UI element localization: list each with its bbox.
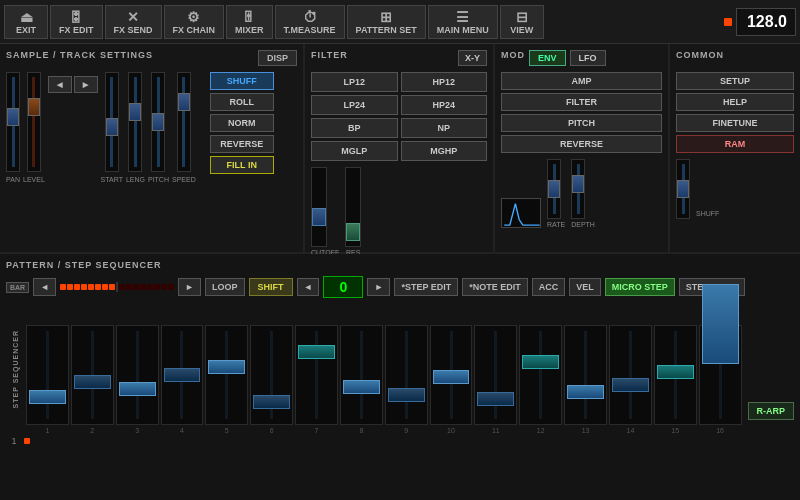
step-led-9	[119, 284, 125, 290]
roll-button[interactable]: ROLL	[210, 93, 274, 111]
fill-in-button[interactable]: FILL IN	[210, 156, 274, 174]
exit-button[interactable]: ⏏ EXIT	[4, 5, 48, 39]
common-buttons: SETUP HELP FINETUNE RAM	[676, 72, 794, 153]
step-led-16	[168, 284, 174, 290]
bp-button[interactable]: BP	[311, 118, 398, 138]
fx-chain-button[interactable]: ⚙ FX CHAIN	[164, 5, 225, 39]
step-prev-button[interactable]: ◄	[297, 278, 320, 296]
step-led-4	[81, 284, 87, 290]
mod-panel: MOD ENV LFO AMP FILTER PITCH REVERSE	[495, 44, 670, 252]
filter-mod-button[interactable]: FILTER	[501, 93, 662, 111]
step-fader-9[interactable]: 9	[385, 325, 428, 434]
np-button[interactable]: NP	[401, 118, 488, 138]
toolbar: ⏏ EXIT 🎛 FX EDIT ✕ FX SEND ⚙ FX CHAIN 🎚 …	[0, 0, 800, 44]
bar-label: BAR	[6, 282, 29, 293]
lp12-button[interactable]: LP12	[311, 72, 398, 92]
step-led-13	[147, 284, 153, 290]
filter-title: FILTER	[311, 50, 348, 60]
lfo-tab[interactable]: LFO	[570, 50, 606, 66]
pan-fader[interactable]: PAN	[6, 72, 20, 183]
step-fader-13[interactable]: 13	[564, 325, 607, 434]
ram-button[interactable]: RAM	[676, 135, 794, 153]
start-fader[interactable]: START	[101, 72, 123, 183]
mghp-button[interactable]: MGHP	[401, 141, 488, 161]
step-led-14	[154, 284, 160, 290]
step-fader-16[interactable]: 16	[699, 325, 742, 434]
step-fader-5[interactable]: 5	[205, 325, 248, 434]
step-led-2	[67, 284, 73, 290]
step-fader-8[interactable]: 8	[340, 325, 383, 434]
t-measure-button[interactable]: ⏱ T.MEASURE	[275, 5, 345, 39]
loop-button[interactable]: LOOP	[205, 278, 245, 296]
speed-fader[interactable]: SPEED	[172, 72, 196, 183]
setup-button[interactable]: SETUP	[676, 72, 794, 90]
vel-button[interactable]: VEL	[569, 278, 601, 296]
norm-button[interactable]: NORM	[210, 114, 274, 132]
view-button[interactable]: ⊟ VIEW	[500, 5, 544, 39]
common-panel: COMMON SETUP HELP FINETUNE RAM SHUFF	[670, 44, 800, 252]
main-menu-button[interactable]: ☰ MAIN MENU	[428, 5, 498, 39]
bpm-display[interactable]: 128.0	[736, 8, 796, 36]
seq-controls: BAR ◄	[6, 276, 794, 298]
sequencer-panel: PATTERN / STEP SEQUENCER BAR ◄	[0, 254, 800, 500]
amp-button[interactable]: AMP	[501, 72, 662, 90]
resonance-fader[interactable]: RES	[345, 167, 361, 256]
step-fader-15[interactable]: 15	[654, 325, 697, 434]
cutoff-fader[interactable]: CUTOFF	[311, 167, 339, 256]
reverse-button[interactable]: REVERSE	[210, 135, 274, 153]
bar-prev-button[interactable]: ◄	[33, 278, 56, 296]
fx-edit-button[interactable]: 🎛 FX EDIT	[50, 5, 103, 39]
micro-step-button[interactable]: MICRO STEP	[605, 278, 675, 296]
mod-title: MOD	[501, 50, 525, 60]
bottom-led	[24, 438, 30, 444]
shift-button[interactable]: SHIFT	[249, 278, 293, 296]
xy-button[interactable]: X-Y	[458, 50, 487, 66]
arrow-left-button[interactable]: ◄	[48, 76, 72, 93]
bottom-row: 1	[6, 436, 794, 446]
main-area: SAMPLE / TRACK SETTINGS DISP PAN	[0, 44, 800, 500]
step-fader-4[interactable]: 4	[161, 325, 204, 434]
step-fader-6[interactable]: 6	[250, 325, 293, 434]
env-tab[interactable]: ENV	[529, 50, 566, 66]
step-fader-14[interactable]: 14	[609, 325, 652, 434]
step-seq-label: STEP SEQUENCER	[12, 330, 19, 408]
level-fader[interactable]: LEVEL	[23, 72, 45, 183]
shuff-button[interactable]: SHUFF	[210, 72, 274, 90]
r-arp-button[interactable]: R-ARP	[748, 402, 795, 420]
disp-button[interactable]: DISP	[258, 50, 297, 66]
step-fader-10[interactable]: 10	[430, 325, 473, 434]
sequencer-title: PATTERN / STEP SEQUENCER	[6, 260, 794, 270]
reverse-mod-button[interactable]: REVERSE	[501, 135, 662, 153]
step-fader-12[interactable]: 12	[519, 325, 562, 434]
common-fader[interactable]	[676, 159, 690, 219]
note-edit-button[interactable]: *NOTE EDIT	[462, 278, 528, 296]
leng-fader[interactable]: LENG	[126, 72, 145, 183]
hp12-button[interactable]: HP12	[401, 72, 488, 92]
step-edit-button[interactable]: *STEP EDIT	[394, 278, 458, 296]
step-fader-11[interactable]: 11	[474, 325, 517, 434]
step-led-6	[95, 284, 101, 290]
arrow-right-button[interactable]: ►	[74, 76, 98, 93]
mixer-button[interactable]: 🎚 MIXER	[226, 5, 273, 39]
step-fader-3[interactable]: 3	[116, 325, 159, 434]
mglp-button[interactable]: MGLP	[311, 141, 398, 161]
pitch-fader[interactable]: PITCH	[148, 72, 169, 183]
bar-next-button[interactable]: ►	[178, 278, 201, 296]
rate-fader[interactable]: RATE	[547, 159, 565, 228]
hp24-button[interactable]: HP24	[401, 95, 488, 115]
finetune-button[interactable]: FINETUNE	[676, 114, 794, 132]
bottom-number: 1	[6, 436, 22, 446]
fx-send-button[interactable]: ✕ FX SEND	[105, 5, 162, 39]
lp24-button[interactable]: LP24	[311, 95, 398, 115]
pitch-mod-button[interactable]: PITCH	[501, 114, 662, 132]
step-next-button[interactable]: ►	[367, 278, 390, 296]
step-fader-7[interactable]: 7	[295, 325, 338, 434]
sample-track-title: SAMPLE / TRACK SETTINGS	[6, 50, 153, 60]
help-button[interactable]: HELP	[676, 93, 794, 111]
depth-fader[interactable]: DEPTH	[571, 159, 595, 228]
step-fader-1[interactable]: 1	[26, 325, 69, 434]
step-fader-2[interactable]: 2	[71, 325, 114, 434]
pattern-set-button[interactable]: ⊞ PATTERN SET	[347, 5, 426, 39]
filter-buttons: LP12 HP12 LP24 HP24 BP NP MGLP MGHP	[311, 72, 487, 161]
acc-button[interactable]: ACC	[532, 278, 566, 296]
